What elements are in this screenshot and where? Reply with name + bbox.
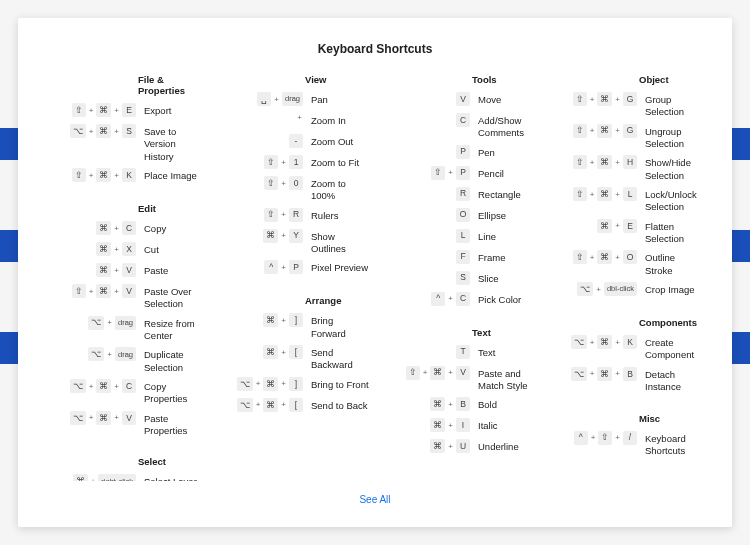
see-all-link[interactable]: See All <box>359 494 390 505</box>
key-separator: + <box>614 158 621 167</box>
key-v: V <box>122 411 136 425</box>
key-y: Y <box>289 229 303 243</box>
shortcut-row: ⌘+YShow Outlines <box>213 229 370 256</box>
key-k: K <box>122 168 136 182</box>
key--: ⌘ <box>430 366 445 380</box>
section-object: Object⇧+⌘+GGroup Selection⇧+⌘+GUngroup S… <box>547 74 704 303</box>
shortcut-label: Group Selection <box>637 92 704 119</box>
shortcut-keys: ⌥+⌘+] <box>213 377 303 391</box>
shortcut-label: Detach Instance <box>637 367 704 394</box>
shortcut-keys: T <box>380 345 470 359</box>
key--: - <box>289 134 303 148</box>
shortcut-label: Zoom In <box>303 113 370 127</box>
shortcut-row: ⇧+⌘+VPaste Over Selection <box>46 284 203 311</box>
key-separator: + <box>614 433 621 442</box>
key--: ⌘ <box>263 398 278 412</box>
key-separator: + <box>589 338 596 347</box>
key-o: O <box>456 208 470 222</box>
shortcut-row: LLine <box>380 229 537 245</box>
shortcut-label: Paste <box>136 263 203 277</box>
shortcut-keys: ⌥+⌘+V <box>46 411 136 425</box>
key-p: P <box>289 260 303 274</box>
section-title: Components <box>547 317 704 328</box>
key-separator: + <box>447 421 454 430</box>
shortcut-keys: ⇧+⌘+G <box>547 124 637 138</box>
key--: ⇧ <box>72 284 86 298</box>
shortcut-row: ⌘+VPaste <box>46 263 203 279</box>
key--: [ <box>289 398 303 412</box>
key--: ⌥ <box>88 347 104 361</box>
shortcut-row: ^+CPick Color <box>380 292 537 308</box>
key-0: 0 <box>289 176 303 190</box>
shortcut-row: ⇧+⌘+GGroup Selection <box>547 92 704 119</box>
key--: ⌥ <box>237 377 253 391</box>
modal-footer: See All <box>46 489 704 507</box>
key--: ⇧ <box>573 187 587 201</box>
key--: ⌘ <box>597 124 612 138</box>
key-v: V <box>122 284 136 298</box>
shortcut-keys: ⌘+C <box>46 221 136 235</box>
key-separator: + <box>88 382 95 391</box>
shortcut-row: ⌘+right-clickSelect Layer Menu <box>46 474 203 481</box>
shortcut-row: OEllipse <box>380 208 537 224</box>
key--: ⌘ <box>597 250 612 264</box>
key-separator: + <box>280 263 287 272</box>
shortcut-keys: P <box>380 145 470 159</box>
shortcut-keys: ⌥+⌘+K <box>547 335 637 349</box>
key--: ^ <box>431 292 445 306</box>
key-f: F <box>456 250 470 264</box>
key--: ⌘ <box>597 219 612 233</box>
shortcut-keys: ⌘+V <box>46 263 136 277</box>
key--: ⇧ <box>264 208 278 222</box>
key--: ⌘ <box>597 187 612 201</box>
key--: ⌘ <box>96 263 111 277</box>
section-edit: Edit⌘+CCopy⌘+XCut⌘+VPaste⇧+⌘+VPaste Over… <box>46 203 203 442</box>
shortcut-keys: ⌥+⌘+S <box>46 124 136 138</box>
shortcut-keys: ␣+drag <box>213 92 303 106</box>
shortcut-label: Zoom to Fit <box>303 155 370 169</box>
key--: ] <box>289 313 303 327</box>
shortcut-label: Duplicate Selection <box>136 347 203 374</box>
shortcut-row: ⇧+⌘+LLock/Unlock Selection <box>547 187 704 214</box>
shortcut-row: ⌘+UUnderline <box>380 439 537 455</box>
section-components: Components⌥+⌘+KCreate Component⌥+⌘+BDeta… <box>547 317 704 398</box>
shortcut-label: Paste Properties <box>136 411 203 438</box>
key--: ⌘ <box>96 221 111 235</box>
key-v: V <box>456 366 470 380</box>
section-title: Arrange <box>213 295 370 306</box>
key-separator: + <box>614 253 621 262</box>
key--: ⌥ <box>70 124 86 138</box>
section-title: Object <box>547 74 704 85</box>
shortcut-row: ⇧+⌘+EExport <box>46 103 203 119</box>
shortcut-keys: ⇧+⌘+L <box>547 187 637 201</box>
key-l: L <box>623 187 637 201</box>
shortcut-row: VMove <box>380 92 537 108</box>
section-title: View <box>213 74 370 85</box>
key-c: C <box>456 113 470 127</box>
shortcut-keys: ^+P <box>213 260 303 274</box>
section-arrange: Arrange⌘+]Bring Forward⌘+[Send Backward⌥… <box>213 295 370 418</box>
key-separator: + <box>590 433 597 442</box>
shortcut-keys: ⌘+B <box>380 397 470 411</box>
section-title: File & Properties <box>46 74 203 96</box>
shortcut-keys: ⌥+drag <box>46 316 136 330</box>
shortcut-row: CAdd/Show Comments <box>380 113 537 140</box>
shortcut-keys: ⌘+I <box>380 418 470 432</box>
shortcut-keys: ⇧+⌘+O <box>547 250 637 264</box>
key-v: V <box>456 92 470 106</box>
shortcut-label: Bring to Front <box>303 377 370 391</box>
shortcut-keys: V <box>380 92 470 106</box>
shortcut-label: Export <box>136 103 203 117</box>
key--: ^ <box>574 431 588 445</box>
shortcut-keys: ⇧+⌘+G <box>547 92 637 106</box>
key--: ⇧ <box>264 155 278 169</box>
shortcut-label: Send to Back <box>303 398 370 412</box>
shortcut-row: ⌥+⌘+]Bring to Front <box>213 377 370 393</box>
shortcut-label: Italic <box>470 418 537 432</box>
key-t: T <box>456 345 470 359</box>
shortcut-label: Pixel Preview <box>303 260 370 274</box>
shortcut-label: Frame <box>470 250 537 264</box>
key-separator: + <box>447 400 454 409</box>
shortcut-row: ^+PPixel Preview <box>213 260 370 276</box>
key-separator: + <box>88 287 95 296</box>
